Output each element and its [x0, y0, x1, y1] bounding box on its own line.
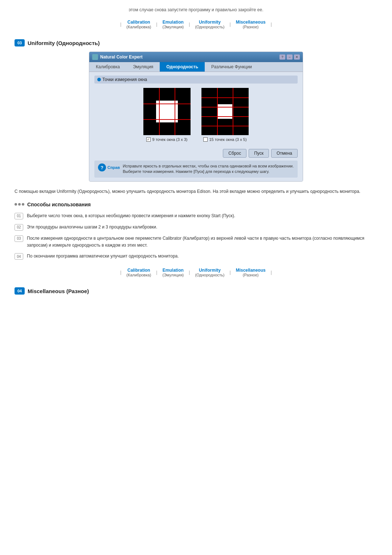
- step-list: 01 Выберите число точек окна, в которых …: [15, 212, 377, 260]
- app-content: Точки измерения окна 9 точек окна (3 x: [89, 72, 303, 181]
- nav-uniformity-main: Uniformity: [195, 20, 224, 25]
- grid1-wrap: 9 точек окна (3 x 3): [143, 88, 191, 142]
- close-btn[interactable]: ✕: [294, 54, 300, 60]
- section04-num: 04: [15, 287, 25, 295]
- nav-misc-main: Miscellaneous: [236, 20, 266, 25]
- grid1-checkbox[interactable]: [146, 137, 151, 142]
- grid2-hline3: [201, 116, 249, 117]
- sub-tab-text: Точки измерения окна: [102, 77, 147, 82]
- app-window: Natural Color Expert ? – ✕ Калибровка Эм…: [89, 52, 303, 182]
- nav2-uniformity-sub: (Однородность): [195, 273, 224, 277]
- app-buttons: Сброс Пуск Отмена: [94, 146, 298, 158]
- step-text-3: После измерения однородности в центральн…: [27, 235, 377, 248]
- section04-header: 04 Miscellaneous (Разное): [15, 287, 377, 295]
- step-item-1: 01 Выберите число точек окна, в которых …: [15, 212, 377, 219]
- nav2-uniformity[interactable]: Uniformity (Однородность): [191, 266, 228, 279]
- grid2-label[interactable]: 15 точек окна (3 x 5): [203, 137, 246, 142]
- nav2-divider-2: |: [187, 270, 191, 275]
- step-num-1: 01: [15, 213, 23, 219]
- step-num-4: 04: [15, 253, 23, 260]
- tab-emulation[interactable]: Эмуляция: [126, 62, 160, 72]
- nav-bar-bottom: | Calibration (Калибровка) | Emulation (…: [15, 266, 377, 279]
- nav-calibration-sub: (Калибровка): [126, 25, 151, 29]
- sub-tab-bar: Точки измерения окна: [94, 76, 298, 84]
- usage-title: Способы использования: [27, 202, 91, 207]
- section04-title: Miscellaneous (Разное): [28, 288, 89, 294]
- cancel-button[interactable]: Отмена: [271, 149, 298, 158]
- nav2-emulation-main: Emulation: [162, 268, 184, 273]
- body-text: С помощью вкладки Uniformity (Однороднос…: [15, 188, 377, 195]
- grid2-canvas: [201, 88, 249, 135]
- nav-uniformity[interactable]: Uniformity (Однородность): [191, 18, 228, 31]
- dot3: [22, 203, 24, 206]
- grid-images: 9 точек окна (3 x 3): [94, 88, 298, 142]
- app-icon: [92, 54, 98, 60]
- grid1-vline1: [159, 88, 160, 135]
- grid2-label-text: 15 точек окна (3 x 5): [209, 137, 246, 142]
- help-bar: ? Справ Исправьте яркость в отдельных ме…: [94, 161, 298, 178]
- nav2-divider-right: |: [269, 270, 273, 275]
- nav2-emulation[interactable]: Emulation (Эмуляция): [159, 266, 187, 279]
- nav2-miscellaneous[interactable]: Miscellaneous (Разное): [232, 266, 269, 279]
- grid1-vline2: [175, 88, 175, 135]
- grid2-vline2: [233, 88, 233, 135]
- grid1-hline2: [143, 119, 191, 120]
- grid1-label[interactable]: 9 точек окна (3 x 3): [146, 137, 187, 142]
- start-button[interactable]: Пуск: [249, 149, 269, 158]
- section03-header: 03 Uniformity (Однородность): [15, 39, 377, 46]
- nav2-calibration-main: Calibration: [126, 268, 151, 273]
- nav-calibration-main: Calibration: [126, 20, 151, 25]
- nav-emulation-main: Emulation: [162, 20, 184, 25]
- tab-misc[interactable]: Различные Функции: [205, 62, 258, 72]
- grid1-hline1: [143, 104, 191, 104]
- sub-tab-icon: [97, 78, 101, 81]
- grid2-wrap: 15 точек окна (3 x 5): [201, 88, 249, 142]
- nav2-calibration-sub: (Калибровка): [126, 273, 151, 277]
- nav2-divider-3: |: [228, 270, 232, 275]
- help-text: Исправьте яркость в отдельных местах, чт…: [123, 163, 294, 175]
- grid2-hline4: [201, 126, 249, 126]
- minimize-btn[interactable]: –: [287, 54, 293, 60]
- help-titlebar-btn[interactable]: ?: [279, 54, 285, 60]
- nav2-misc-main: Miscellaneous: [236, 268, 266, 273]
- step-num-2: 02: [15, 224, 23, 231]
- nav-calibration[interactable]: Calibration (Калибровка): [123, 18, 155, 31]
- grid2-hline1: [201, 97, 249, 98]
- nav-bar-top: | Calibration (Калибровка) | Emulation (…: [15, 18, 377, 31]
- step-text-4: По окончании программа автоматически улу…: [27, 253, 179, 260]
- nav2-divider-left: |: [119, 270, 123, 275]
- nav2-uniformity-main: Uniformity: [195, 268, 224, 273]
- help-icon: ?: [98, 163, 106, 171]
- grid2-radio[interactable]: [203, 137, 208, 142]
- nav2-emulation-sub: (Эмуляция): [162, 273, 184, 277]
- nav-uniformity-sub: (Однородность): [195, 25, 224, 29]
- grid1-label-text: 9 точек окна (3 x 3): [152, 137, 187, 142]
- nav-miscellaneous[interactable]: Miscellaneous (Разное): [232, 18, 269, 31]
- step-text-2: Эти процедуры аналогичны шагам 2 и 3 про…: [27, 224, 157, 231]
- dot2: [18, 203, 21, 206]
- nav-divider-1: |: [155, 22, 159, 27]
- reset-button[interactable]: Сброс: [223, 149, 246, 158]
- tab-calibration[interactable]: Калибровка: [89, 62, 126, 72]
- nav-divider-left: |: [119, 22, 123, 27]
- usage-header: Способы использования: [15, 202, 377, 207]
- nav-divider-3: |: [228, 22, 232, 27]
- step-num-3: 03: [15, 235, 23, 242]
- app-title: Natural Color Expert: [100, 54, 277, 60]
- tab-uniformity[interactable]: Однородность: [160, 62, 205, 72]
- nav2-misc-sub: (Разное): [236, 273, 266, 277]
- nav2-calibration[interactable]: Calibration (Калибровка): [123, 266, 155, 279]
- step-item-3: 03 После измерения однородности в центра…: [15, 235, 377, 248]
- nav-divider-2: |: [187, 22, 191, 27]
- grid2-hline2: [201, 107, 249, 108]
- nav-emulation[interactable]: Emulation (Эмуляция): [159, 18, 187, 31]
- usage-dots: [15, 203, 24, 206]
- app-titlebar: Natural Color Expert ? – ✕: [89, 52, 303, 62]
- dot1: [15, 203, 17, 206]
- grid2-vline1: [217, 88, 218, 135]
- app-tabs: Калибровка Эмуляция Однородность Различн…: [89, 62, 303, 72]
- top-text: этом случае снова запустите программу и …: [15, 7, 377, 12]
- titlebar-buttons: ? – ✕: [279, 54, 300, 60]
- section03-num: 03: [15, 39, 25, 46]
- step-item-2: 02 Эти процедуры аналогичны шагам 2 и 3 …: [15, 224, 377, 231]
